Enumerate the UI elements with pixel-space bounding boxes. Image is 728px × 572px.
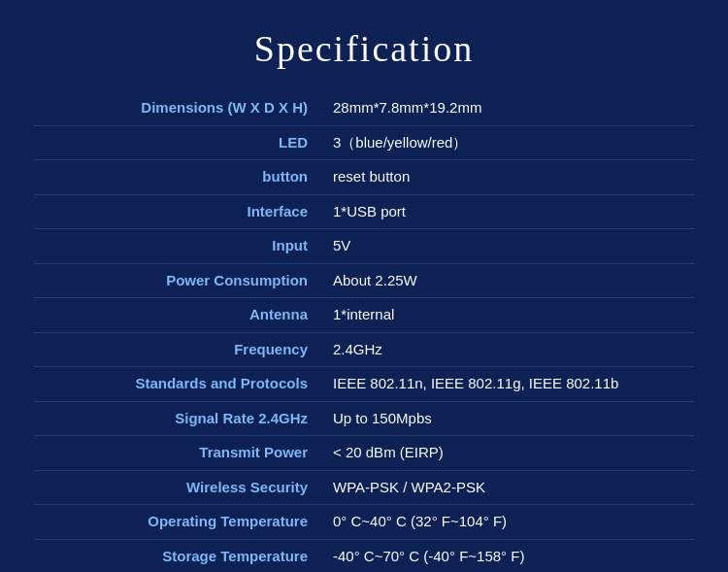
spec-value: 1*USB port bbox=[325, 194, 694, 229]
spec-label: Frequency bbox=[34, 332, 325, 367]
table-row: Antenna1*internal bbox=[34, 298, 694, 333]
spec-table: Dimensions (W X D X H)28mm*7.8mm*19.2mmL… bbox=[34, 91, 694, 572]
spec-label: Storage Temperature bbox=[34, 539, 325, 572]
table-row: Input5V bbox=[34, 229, 694, 264]
spec-value: About 2.25W bbox=[325, 263, 694, 298]
spec-value: IEEE 802.11n, IEEE 802.11g, IEEE 802.11b bbox=[325, 367, 694, 402]
page-title: Specification bbox=[254, 27, 474, 70]
spec-value: 3（blue/yellow/red） bbox=[325, 125, 694, 160]
spec-value: < 20 dBm (EIRP) bbox=[325, 436, 694, 471]
spec-label: Power Consumption bbox=[34, 263, 325, 298]
spec-label: Signal Rate 2.4GHz bbox=[34, 401, 325, 436]
spec-label: LED bbox=[34, 125, 325, 160]
spec-value: 28mm*7.8mm*19.2mm bbox=[325, 91, 694, 125]
spec-label: Input bbox=[34, 229, 325, 264]
spec-label: Dimensions (W X D X H) bbox=[34, 91, 325, 125]
table-row: Frequency2.4GHz bbox=[34, 332, 694, 367]
spec-value: 5V bbox=[325, 229, 694, 264]
spec-label: button bbox=[34, 160, 325, 195]
table-row: Power ConsumptionAbout 2.25W bbox=[34, 263, 694, 298]
table-row: Interface1*USB port bbox=[34, 194, 694, 229]
spec-value: -40° C~70° C (-40° F~158° F) bbox=[325, 539, 694, 572]
spec-label: Wireless Security bbox=[34, 470, 325, 505]
table-row: Transmit Power< 20 dBm (EIRP) bbox=[34, 436, 694, 471]
table-row: Signal Rate 2.4GHzUp to 150Mpbs bbox=[34, 401, 694, 436]
table-row: Standards and ProtocolsIEEE 802.11n, IEE… bbox=[34, 367, 694, 402]
table-row: Dimensions (W X D X H)28mm*7.8mm*19.2mm bbox=[34, 91, 694, 125]
spec-label: Antenna bbox=[34, 298, 325, 333]
spec-label: Operating Temperature bbox=[34, 505, 325, 540]
table-row: Storage Temperature-40° C~70° C (-40° F~… bbox=[34, 539, 694, 572]
spec-label: Transmit Power bbox=[34, 436, 325, 471]
table-row: Operating Temperature0° C~40° C (32° F~1… bbox=[34, 505, 694, 540]
table-row: Wireless SecurityWPA-PSK / WPA2-PSK bbox=[34, 470, 694, 505]
spec-label: Standards and Protocols bbox=[34, 367, 325, 402]
spec-value: 2.4GHz bbox=[325, 332, 694, 367]
spec-label: Interface bbox=[34, 194, 325, 229]
table-row: LED3（blue/yellow/red） bbox=[34, 125, 694, 160]
spec-value: WPA-PSK / WPA2-PSK bbox=[325, 470, 694, 505]
spec-value: 1*internal bbox=[325, 298, 694, 333]
table-row: buttonreset button bbox=[34, 160, 694, 195]
spec-value: 0° C~40° C (32° F~104° F) bbox=[325, 505, 694, 540]
spec-value: Up to 150Mpbs bbox=[325, 401, 694, 436]
spec-value: reset button bbox=[325, 160, 694, 195]
